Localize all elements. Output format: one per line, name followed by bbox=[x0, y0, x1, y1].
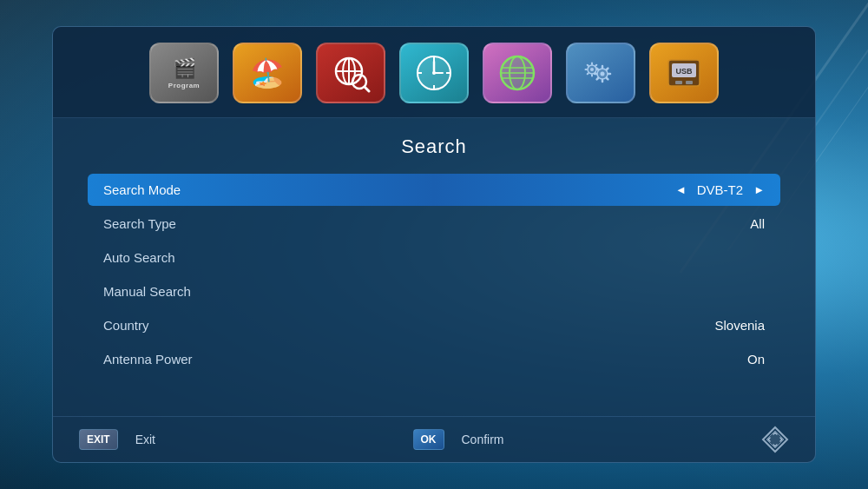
menu-row[interactable]: Auto Search bbox=[88, 241, 780, 274]
icon-program[interactable]: 🎬 Program bbox=[149, 43, 219, 103]
menu-row[interactable]: Manual Search bbox=[88, 275, 780, 307]
menu-row-value-text: Slovenia bbox=[714, 318, 765, 333]
menu-row-value-text: All bbox=[750, 216, 765, 231]
svg-line-35 bbox=[588, 65, 589, 66]
menu-row-label: Antenna Power bbox=[103, 352, 747, 367]
nav-diamond-icon[interactable] bbox=[761, 426, 789, 453]
svg-line-36 bbox=[595, 73, 596, 74]
icon-network[interactable] bbox=[483, 43, 552, 103]
menu-row-value: ◄DVB-T2► bbox=[675, 182, 765, 197]
menu-row-value-text: DVB-T2 bbox=[697, 182, 743, 197]
menu-row-label: Search Mode bbox=[103, 182, 675, 197]
icon-settings[interactable] bbox=[566, 43, 635, 103]
confirm-label: Confirm bbox=[462, 433, 504, 446]
svg-rect-43 bbox=[686, 81, 693, 84]
svg-line-5 bbox=[365, 87, 369, 91]
main-panel: 🎬 Program 🏖️ bbox=[52, 26, 816, 463]
page-title: Search bbox=[88, 135, 780, 158]
usb-icon: USB bbox=[664, 53, 704, 93]
globe-search-icon bbox=[331, 53, 371, 93]
program-label: Program bbox=[168, 82, 200, 89]
bottom-bar: EXIT Exit OK Confirm bbox=[53, 416, 815, 462]
svg-text:USB: USB bbox=[675, 67, 693, 76]
svg-line-38 bbox=[588, 73, 589, 74]
menu-row-value: Slovenia bbox=[714, 318, 765, 333]
menu-list: Search Mode◄DVB-T2►Search TypeAllAuto Se… bbox=[88, 174, 780, 375]
right-arrow-icon[interactable]: ► bbox=[753, 183, 765, 196]
menu-row-label: Manual Search bbox=[103, 284, 765, 299]
media-icon: 🏖️ bbox=[250, 56, 285, 89]
icon-media[interactable]: 🏖️ bbox=[233, 43, 302, 103]
menu-row[interactable]: Search TypeAll bbox=[88, 208, 780, 240]
menu-row-value: On bbox=[747, 352, 765, 367]
menu-row-label: Search Type bbox=[103, 216, 750, 231]
exit-button[interactable]: EXIT bbox=[79, 429, 118, 450]
icons-bar: 🎬 Program 🏖️ bbox=[53, 27, 815, 118]
menu-row-label: Country bbox=[103, 318, 714, 333]
ok-button[interactable]: OK bbox=[413, 429, 444, 450]
svg-line-27 bbox=[607, 69, 608, 69]
svg-line-26 bbox=[607, 78, 608, 79]
left-arrow-icon[interactable]: ◄ bbox=[675, 183, 687, 196]
menu-row-value: All bbox=[750, 216, 765, 231]
menu-row-value-text: On bbox=[747, 352, 765, 367]
svg-line-37 bbox=[595, 65, 596, 66]
menu-row[interactable]: Antenna PowerOn bbox=[88, 343, 780, 375]
icon-time[interactable] bbox=[399, 43, 469, 103]
svg-point-20 bbox=[601, 72, 605, 76]
svg-point-9 bbox=[432, 71, 436, 75]
menu-row-label: Auto Search bbox=[103, 250, 765, 265]
clock-icon bbox=[414, 53, 454, 93]
svg-rect-42 bbox=[675, 81, 682, 84]
content-area: Search Search Mode◄DVB-T2►Search TypeAll… bbox=[53, 118, 815, 416]
menu-row[interactable]: CountrySlovenia bbox=[88, 309, 780, 341]
icon-search-globe[interactable] bbox=[316, 43, 385, 103]
svg-point-30 bbox=[590, 68, 594, 71]
film-icon: 🎬 bbox=[173, 57, 196, 80]
network-icon bbox=[497, 53, 537, 93]
icon-usb[interactable]: USB bbox=[649, 43, 719, 103]
svg-line-28 bbox=[597, 78, 598, 79]
gear-icon bbox=[580, 53, 621, 93]
menu-row[interactable]: Search Mode◄DVB-T2► bbox=[88, 174, 780, 206]
exit-label: Exit bbox=[135, 433, 155, 446]
